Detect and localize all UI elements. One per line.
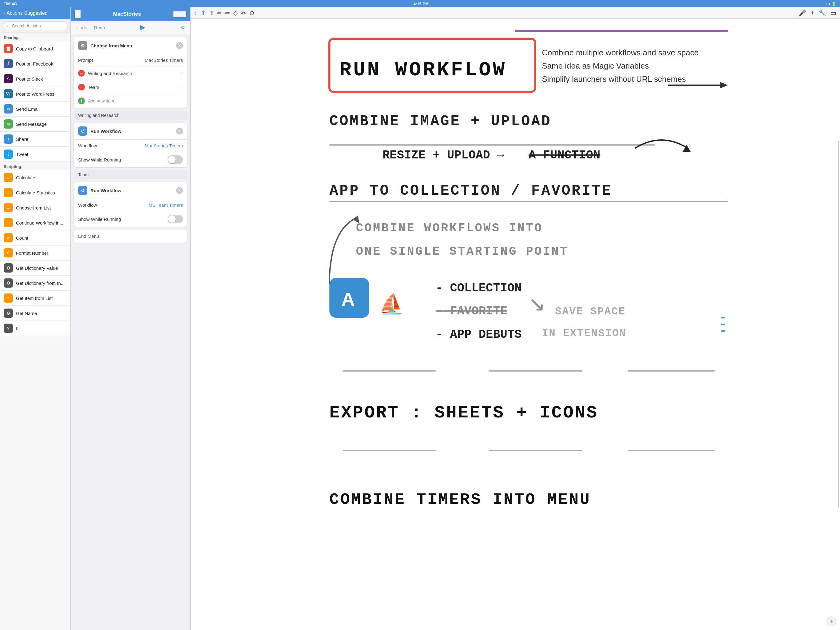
search-wrapper: ⌕ [3, 22, 67, 30]
sidebar-item-label: Calculate [16, 175, 35, 180]
if-icon: ? [4, 324, 13, 333]
show-while-running-toggle[interactable] [167, 155, 183, 164]
svg-text:A FUNCTION: A FUNCTION [529, 149, 600, 162]
workflow-toolbar: Undo Redo ▶ ⚙ [71, 21, 190, 34]
sidebar-item-label: Get Item from List [16, 296, 52, 301]
sidebar-item-get-name[interactable]: ⚙ Get Name [0, 306, 70, 321]
sidebar-item-label: Post on Facebook [16, 61, 53, 66]
svg-text:SAVE SPACE: SAVE SPACE [555, 306, 626, 317]
toggle-value [123, 155, 183, 164]
svg-text:↘: ↘ [529, 293, 545, 315]
run-workflow-card-1: ↺ Run Workflow ✕ Workflow MacStories Tim… [74, 123, 187, 167]
workflow-done-button[interactable]: Done [173, 11, 186, 17]
sidebar-item-share[interactable]: ↑ Share [0, 131, 70, 147]
wrench-button[interactable]: 🔧 [818, 9, 826, 17]
text-tool-button[interactable]: T [210, 10, 214, 16]
pencil-tool-button[interactable]: ✏ [217, 9, 222, 17]
sidebar-item-post-slack[interactable]: S Post to Slack [0, 71, 70, 86]
svg-text:Simplify launchers without URL: Simplify launchers without URL schemes [542, 75, 686, 83]
card-close-button[interactable]: ✕ [176, 187, 183, 194]
card-close-button[interactable]: ✕ [176, 128, 183, 135]
sidebar-item-calculate[interactable]: # Calculate [0, 170, 70, 185]
back-button[interactable]: ‹ Actions Suggested [4, 11, 47, 16]
sidebar-item-get-dict-from[interactable]: ⚙ Get Dictionary from In... [0, 275, 70, 291]
card-title: Choose from Menu [90, 43, 173, 48]
sidebar-item-copy-clipboard[interactable]: 📋 Copy to Clipboard [0, 41, 70, 56]
svg-text:COMBINE WORKFLOWS INTO: COMBINE WORKFLOWS INTO [356, 222, 543, 235]
lasso-tool-button[interactable]: ⊙ [249, 9, 254, 17]
count-icon: # [4, 233, 13, 242]
dict-value-icon: ⚙ [4, 263, 13, 272]
ipad-button[interactable]: ▭ [831, 9, 836, 17]
continue-icon: → [4, 218, 13, 227]
toolbar-center: ▶ [110, 24, 176, 32]
message-icon: ✉ [4, 119, 13, 128]
show-while-running-label: Show While Running [78, 157, 121, 162]
add-item-icon[interactable]: + [78, 98, 85, 104]
sidebar-item-label: Count [16, 235, 28, 241]
sidebar-item-label: Post to Slack [16, 76, 43, 82]
marker-tool-button[interactable]: ✏ [225, 9, 230, 17]
sidebar-item-post-wordpress[interactable]: W Post to WordPress [0, 86, 70, 101]
card-title: Run Workflow [90, 188, 173, 193]
menu-item-writing[interactable]: − Writing and Research ≡ [74, 66, 187, 80]
notes-forward-button[interactable]: ⬆ [201, 9, 206, 17]
prompt-label: Prompt [78, 57, 93, 63]
add-item-row[interactable]: + Add new item [74, 94, 187, 108]
sidebar-item-label: Share [16, 136, 28, 142]
format-number-icon: 0 [4, 248, 13, 258]
drag-handle-icon: ≡ [180, 84, 183, 90]
show-while-running-toggle-2[interactable] [167, 215, 183, 223]
workflow-share-button[interactable]: ⬆ [74, 10, 81, 19]
run-button[interactable]: ▶ [140, 24, 145, 32]
search-icon: ⌕ [6, 24, 8, 28]
svg-text:IN EXTENSION: IN EXTENSION [542, 327, 626, 339]
sidebar-item-send-message[interactable]: ✉ Send Message [0, 117, 70, 131]
settings-button[interactable]: ⚙ [179, 24, 186, 31]
zoom-button[interactable]: + [826, 616, 836, 626]
sidebar-item-post-facebook[interactable]: f Post on Facebook [0, 56, 70, 71]
sidebar-item-label: Get Dictionary from In... [16, 280, 65, 286]
scripting-section-header: Scripting [0, 162, 70, 170]
notes-content: RUN WORKFLOW Combine multiple workflows … [191, 19, 840, 630]
notes-tools: T ✏ ✏ ◇ ✂ ⊙ [210, 9, 254, 17]
remove-item-icon[interactable]: − [78, 70, 85, 77]
redo-button[interactable]: Redo [92, 24, 107, 31]
card-icon: ⚙ [78, 41, 87, 50]
workflow-panel: ⬆ MacStories Done Undo Redo ▶ ⚙ ⚙ Choo [71, 7, 191, 630]
scissors-tool-button[interactable]: ✂ [241, 9, 246, 17]
undo-button[interactable]: Undo [74, 24, 89, 31]
toolbar-right: ⚙ [179, 24, 186, 31]
sidebar-item-tweet[interactable]: t Tweet [0, 147, 70, 162]
sidebar-item-label: Format Number [16, 250, 48, 256]
notes-back-button[interactable]: ‹ [194, 9, 196, 17]
sidebar-item-calculate-statistics[interactable]: # Calculate Statistics [0, 185, 70, 200]
sidebar-item-if[interactable]: ? If [0, 321, 70, 336]
sidebar-header: ‹ Actions Suggested [0, 7, 70, 19]
sidebar-item-get-item-list[interactable]: ≡ Get Item from List [0, 291, 70, 306]
back-label: Actions Suggested [6, 11, 47, 16]
sidebar-item-choose-list[interactable]: ≡ Choose from List [0, 200, 70, 215]
share-icon: ↑ [4, 135, 13, 144]
remove-item-icon[interactable]: − [78, 84, 85, 90]
eraser-tool-button[interactable]: ◇ [234, 9, 238, 17]
sidebar-item-send-email[interactable]: ✉ Send Email [0, 101, 70, 117]
status-bar-right: ↑ ♦ 🔋 [825, 2, 836, 6]
workflow-value[interactable]: MacStories Timers [117, 143, 183, 148]
menu-item-team[interactable]: − Team ≡ [74, 80, 187, 94]
search-input[interactable] [3, 22, 67, 30]
card-close-button[interactable]: ✕ [176, 42, 183, 49]
workflow-value[interactable]: MS Team Timers [117, 203, 183, 207]
sidebar-item-format-number[interactable]: 0 Format Number [0, 245, 70, 261]
sidebar-item-get-dict-value[interactable]: ⚙ Get Dictionary Value [0, 261, 70, 275]
svg-text:Combine multiple workflows and: Combine multiple workflows and save spac… [542, 48, 699, 57]
microphone-button[interactable]: 🎤 [799, 9, 806, 17]
notes-scrollbar[interactable] [838, 141, 839, 508]
sidebar-item-count[interactable]: # Count [0, 230, 70, 245]
add-button[interactable]: + [810, 9, 814, 17]
calculate-icon: # [4, 173, 13, 182]
toggle-knob [168, 215, 175, 223]
sidebar-item-continue-workflow[interactable]: → Continue Workflow in... [0, 215, 70, 230]
svg-text:COMBINE IMAGE + UPLOAD: COMBINE IMAGE + UPLOAD [329, 113, 551, 130]
workflow-label: Workflow [78, 143, 115, 148]
